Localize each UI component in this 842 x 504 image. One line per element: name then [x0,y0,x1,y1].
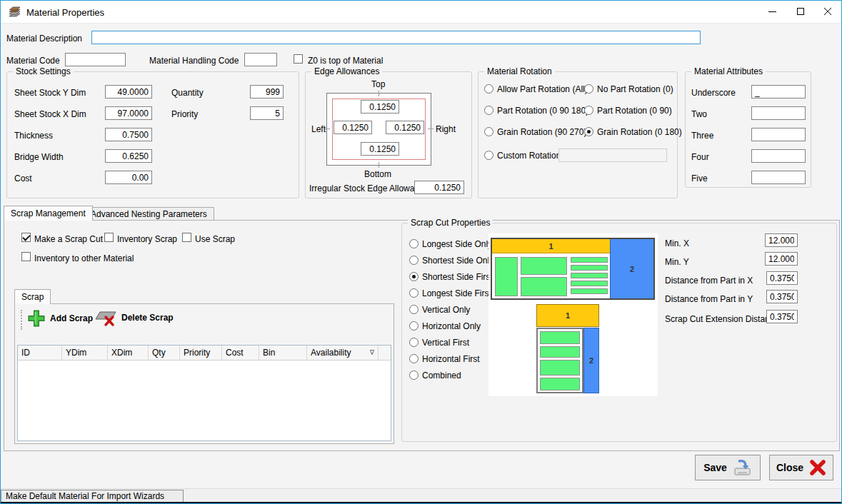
radio-grain-rotation-0-180[interactable] [584,127,593,136]
toolbar-gripper[interactable] [21,310,22,330]
sort-filter-icon[interactable]: ∇ [370,349,374,356]
radio-vertical-first[interactable] [409,338,419,347]
scrap-cut-1-vertical: 1 [536,304,599,327]
use-scrap-checkbox[interactable] [182,233,191,242]
radio-no-part-rotation-label: No Part Rotation (0) [597,84,673,94]
add-scrap-button[interactable]: Add Scrap [26,308,93,328]
preview-sheet-horizontal: 1 2 [491,238,655,300]
window-title: Material Properties [26,7,104,18]
radio-longest-side-first[interactable] [409,288,419,298]
priority-input[interactable] [250,106,284,120]
radio-shortest-side-only-label: Shortest Side Only [422,256,493,266]
radio-part-rotation-0-90-180-label: Part Rotation (0 90 180) [497,106,588,116]
attr-five-input[interactable] [751,171,806,184]
z0-top-checkbox[interactable] [294,54,303,64]
attr-underscore-input[interactable] [751,85,806,99]
scrap-table[interactable]: ID YDim XDim Qty Priority Cost Bin Avail… [17,345,391,441]
distance-part-x-input[interactable] [766,271,798,285]
radio-part-rotation-0-90[interactable] [584,106,593,115]
part-rect [571,281,608,286]
col-qty[interactable]: Qty [149,346,180,361]
radio-longest-side-first-label: Longest Side First [422,288,491,298]
make-scrap-cut-checkbox[interactable] [21,233,31,242]
radio-horizontal-first[interactable] [409,354,419,363]
col-priority[interactable]: Priority [180,346,222,361]
thickness-input[interactable] [105,128,152,141]
radio-longest-side-only[interactable] [409,239,419,248]
scrap-cut-1-horizontal: 1 [492,239,610,253]
attr-four-input[interactable] [751,149,806,163]
save-button[interactable]: Save [695,455,761,480]
cost-input[interactable] [105,171,152,184]
add-scrap-label: Add Scrap [50,313,93,323]
custom-rotation-input[interactable] [558,148,667,162]
col-availability[interactable]: Availability ∇ [307,346,379,361]
inventory-other-material-checkbox[interactable] [21,252,31,261]
col-id[interactable]: ID [18,346,62,361]
sheet-stock-y-label: Sheet Stock Y Dim [14,88,86,98]
edge-right-input[interactable] [386,121,424,134]
distance-part-y-label: Distance from Part in Y [665,294,753,304]
make-scrap-cut-label: Make a Scrap Cut [34,234,103,244]
material-rotation-title: Material Rotation [484,66,555,76]
delete-scrap-icon [94,308,118,327]
material-description-input[interactable] [91,31,701,44]
radio-grain-rotation-0-180-label: Grain Rotation (0 180) [597,127,682,137]
scrap-cut-extension-input[interactable] [766,310,798,323]
edge-bottom-input[interactable] [361,142,399,156]
radio-shortest-side-only[interactable] [409,256,419,265]
quantity-label: Quantity [171,88,204,98]
sheet-stock-x-input[interactable] [105,106,152,120]
minimize-button[interactable] [760,1,784,22]
make-default-material-button[interactable]: Make Default Material For Import Wizards [1,490,184,503]
priority-label: Priority [171,109,198,119]
part-rect [571,273,608,278]
col-cost[interactable]: Cost [222,346,259,361]
close-window-button[interactable] [816,1,840,22]
radio-no-part-rotation[interactable] [584,84,593,94]
sheet-stock-y-input[interactable] [105,85,152,99]
material-code-label: Material Code [6,56,60,66]
distance-part-y-input[interactable] [766,290,798,303]
radio-vertical-only[interactable] [409,305,419,314]
col-bin[interactable]: Bin [259,346,307,361]
min-y-input[interactable] [765,252,798,266]
radio-vertical-only-label: Vertical Only [422,305,470,315]
scrap-cut-extension-label: Scrap Cut Extension Distance [665,314,778,324]
material-handling-code-input[interactable] [244,53,277,66]
irregular-edge-input[interactable] [414,181,464,194]
radio-shortest-side-first[interactable] [409,272,419,281]
radio-combined[interactable] [409,371,419,380]
edge-top-input[interactable] [361,100,399,114]
radio-horizontal-only[interactable] [409,321,419,331]
radio-allow-part-rotation-all[interactable] [484,84,493,94]
bridge-width-input[interactable] [105,149,152,163]
radio-longest-side-only-label: Longest Side Only [422,239,492,249]
radio-part-rotation-0-90-180[interactable] [484,106,493,115]
radio-custom-rotation[interactable] [484,151,493,160]
attr-two-input[interactable] [751,106,806,120]
col-xdim[interactable]: XDim [108,346,149,361]
material-code-input[interactable] [65,53,126,66]
col-ydim[interactable]: YDim [62,346,108,361]
close-icon [823,7,832,16]
close-button[interactable]: Close [769,455,833,480]
save-icon [733,458,752,477]
use-scrap-label: Use Scrap [195,234,235,244]
radio-horizontal-only-label: Horizontal Only [422,321,481,331]
quantity-input[interactable] [250,85,284,99]
edge-left-input[interactable] [334,121,372,134]
col-filler [379,346,391,361]
tab-scrap[interactable]: Scrap [14,289,51,304]
edge-tick-bottom [379,162,379,168]
parts-stack-vertical [536,328,583,393]
maximize-button[interactable] [788,1,813,22]
tab-advanced-nesting-parameters[interactable]: Advanced Nesting Parameters [84,207,214,221]
inventory-scrap-checkbox[interactable] [104,233,114,242]
tab-scrap-management[interactable]: Scrap Management [4,206,93,221]
attr-three-input[interactable] [751,128,806,141]
min-x-input[interactable] [765,233,798,247]
delete-scrap-button[interactable]: Delete Scrap [94,308,174,327]
minimize-icon [768,11,776,12]
radio-grain-rotation-90-270[interactable] [484,127,493,136]
